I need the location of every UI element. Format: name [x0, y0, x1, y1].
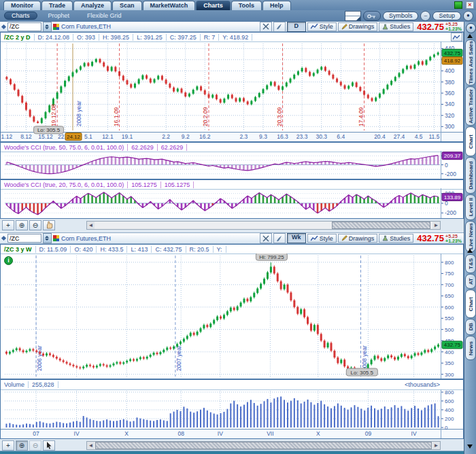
cursor-tool-icon[interactable] — [43, 440, 55, 451]
studies-button[interactable]: Studies — [379, 22, 413, 31]
symbols-button[interactable]: Symbols — [383, 12, 419, 20]
symbol-dropdown-icon[interactable] — [43, 22, 52, 32]
drag-handle-icon[interactable] — [1, 24, 6, 29]
svg-text:750: 750 — [445, 270, 454, 277]
drawings-button[interactable]: Drawings — [338, 234, 378, 243]
daily-chart-plot[interactable]: 3003203403603804004204401.128.1215.1222.… — [1, 41, 463, 141]
symbol-dropdown-icon[interactable] — [43, 233, 52, 243]
layout-grid-icon[interactable] — [345, 11, 361, 21]
studies-button[interactable]: Studies — [379, 234, 413, 243]
cci50-plot[interactable]: 2000-200209.37 — [1, 151, 463, 179]
main-tab-monitor[interactable]: Monitor — [3, 1, 41, 10]
svg-text:400: 400 — [445, 349, 454, 355]
info-icon[interactable]: i — [4, 256, 13, 265]
svg-text:4.5: 4.5 — [415, 133, 423, 140]
chart2-scrollbar[interactable]: ◄ ► — [86, 441, 441, 450]
sidebar-tab-chart[interactable]: Chart — [465, 126, 476, 156]
timeframe-button[interactable]: Wk — [287, 233, 306, 243]
sub-tab-prophet[interactable]: Prophet — [41, 12, 77, 20]
user-icon[interactable]: ● — [463, 11, 473, 21]
style-button[interactable]: Style — [307, 22, 337, 31]
brush-tool-icon[interactable] — [273, 233, 286, 243]
main-tab-tools[interactable]: Tools — [231, 1, 262, 10]
cci20-plot[interactable]: 2000-200133.89 — [1, 188, 463, 218]
svg-text:9.3: 9.3 — [259, 133, 267, 140]
pan-plus-icon[interactable]: + — [2, 440, 14, 451]
pencil-icon — [341, 235, 347, 241]
sidebar-tab-live-news[interactable]: Live News — [465, 221, 476, 252]
setup-button[interactable]: Setup — [432, 12, 461, 20]
ohlc-cell: O: 420 — [71, 246, 97, 253]
svg-text:IV: IV — [74, 430, 80, 437]
symbol-input[interactable] — [7, 22, 41, 31]
scroll-right-icon[interactable]: ► — [432, 222, 440, 229]
ohlc-cell: Y: 418.92 — [219, 34, 252, 41]
svg-text:-200: -200 — [445, 209, 456, 216]
timeframe-button[interactable]: D — [287, 22, 306, 32]
sidebar-scroll-up-icon[interactable] — [467, 34, 473, 38]
main-tab-analyze[interactable]: Analyze — [73, 1, 112, 10]
svg-text:1.12: 1.12 — [1, 133, 13, 140]
volume-label: Volume — [1, 381, 29, 388]
collapse-sidebar-icon[interactable]: ● — [466, 23, 476, 33]
sidebar-tab-at[interactable]: AT — [465, 274, 476, 289]
hand-tool-icon[interactable] — [43, 220, 55, 230]
chart1-scrollbar[interactable]: ◄ ► — [86, 221, 441, 230]
chart2-scroll-thumb[interactable] — [95, 442, 432, 449]
chart-settings-icon[interactable] — [451, 33, 462, 41]
sidebar-scroll-up-icon[interactable] — [467, 249, 473, 253]
style-icon — [311, 236, 318, 241]
volume-plot[interactable]: 07IVX08IVVIIX09IV0200400600800 — [1, 389, 463, 438]
scroll-left-icon[interactable]: ◄ — [87, 222, 95, 229]
weekly-chart-canvas[interactable]: 2006 year2007 year2008 yearHi: 799.25Lo:… — [1, 254, 463, 379]
cci50-canvas[interactable]: 2000-200209.37 — [1, 151, 463, 179]
cci50-panel: Woodie's CCI (true, 50, 75.0, 6, 0.01, 1… — [0, 142, 464, 179]
sidebar-tab-level-ii[interactable]: Level II — [465, 194, 476, 220]
crosshair-tool-icon[interactable] — [260, 233, 272, 243]
sidebar-scroll-down-icon[interactable] — [467, 444, 473, 449]
sidebar-tab-t-s[interactable]: T&S — [465, 254, 476, 273]
sub-tab-flexible-grid[interactable]: Flexible Grid — [80, 12, 129, 20]
sidebar-tab-times-and-sales[interactable]: Times And Sales — [465, 39, 476, 86]
main-tab-charts[interactable]: Charts — [196, 1, 231, 10]
sidebar-tab-active-trader[interactable]: Active Trader — [465, 86, 476, 126]
svg-text:380: 380 — [445, 79, 454, 86]
sidebar-tab-chart[interactable]: Chart — [465, 290, 476, 318]
volume-units: <thousands> — [405, 381, 463, 388]
cci-value-badge: 209.37 — [442, 152, 462, 160]
link-icon[interactable] — [363, 11, 381, 21]
volume-canvas[interactable]: 07IVX08IVVIIX09IV0200400600800 — [1, 389, 463, 438]
sub-tab-charts[interactable]: Charts — [4, 12, 37, 20]
scroll-right-icon[interactable]: ► — [432, 442, 440, 449]
zoom-out-icon[interactable]: ⊖ — [29, 220, 41, 230]
svg-text:400: 400 — [445, 407, 454, 413]
sidebar-tab-news[interactable]: News — [465, 336, 476, 360]
weekly-chart-plot[interactable]: 2006 year2007 year2008 yearHi: 799.25Lo:… — [1, 254, 463, 379]
drawings-button[interactable]: Drawings — [338, 22, 378, 31]
zoom-in-icon[interactable]: ⊕ — [16, 440, 28, 451]
cursor-x-badge: 24.12 — [65, 133, 82, 141]
main-tab-trade[interactable]: Trade — [41, 1, 73, 10]
brush-tool-icon[interactable] — [273, 22, 286, 32]
drag-handle-icon[interactable] — [1, 236, 6, 241]
chart1-scroll-thumb[interactable] — [332, 222, 430, 229]
svg-text:19.12.08: 19.12.08 — [50, 104, 57, 126]
main-tab-help[interactable]: Help — [262, 1, 291, 10]
style-button[interactable]: Style — [307, 234, 337, 243]
zoom-out-icon: ⊖ — [29, 440, 41, 451]
sidebar-tab-db[interactable]: DB — [465, 319, 476, 335]
main-tab-marketwatch[interactable]: MarketWatch — [143, 1, 196, 10]
price-change: +5.25 +1.23% — [445, 22, 462, 31]
cci20-canvas[interactable]: 2000-200133.89 — [1, 188, 463, 218]
disconnect-icon[interactable]: × — [466, 1, 474, 9]
ohlc-cell: C: 432.75 — [152, 246, 186, 253]
scroll-left-icon[interactable]: ◄ — [87, 442, 95, 449]
minimize-icon[interactable]: – — [420, 11, 430, 21]
zoom-in-icon[interactable]: ⊕ — [16, 220, 28, 230]
sidebar-tab-dashboard[interactable]: Dashboard — [465, 157, 476, 194]
main-tab-scan[interactable]: Scan — [112, 1, 142, 10]
symbol-input-2[interactable] — [7, 234, 41, 243]
pan-plus-icon[interactable]: + — [2, 220, 14, 230]
crosshair-tool-icon[interactable] — [260, 22, 272, 32]
daily-chart-canvas[interactable]: 3003203403603804004204401.128.1215.1222.… — [1, 41, 463, 141]
